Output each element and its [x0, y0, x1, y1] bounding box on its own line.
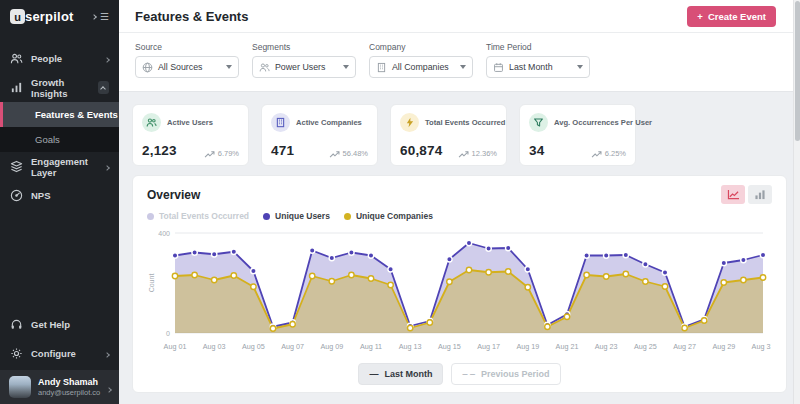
legend-unique-users[interactable]: Unique Users	[263, 211, 330, 221]
funnel-icon	[533, 117, 544, 128]
legend-unique-companies[interactable]: Unique Companies	[344, 211, 433, 221]
sidebar-item-growth-insights[interactable]: Growth Insights	[0, 73, 119, 102]
svg-text:Aug 31: Aug 31	[752, 342, 771, 351]
trending-up-icon	[329, 150, 340, 158]
scrollbar[interactable]	[793, 0, 800, 404]
trending-up-icon	[204, 150, 215, 158]
stat-label: Active Users	[167, 118, 213, 127]
menu-icon[interactable]: ☰	[100, 12, 109, 22]
people-icon	[10, 52, 23, 65]
time-period-select[interactable]: Last Month	[486, 56, 590, 78]
sidebar-item-get-help[interactable]: Get Help	[0, 310, 119, 339]
svg-text:Aug 09: Aug 09	[320, 342, 343, 351]
legend-dot-icon	[263, 213, 270, 220]
building-icon	[376, 62, 387, 73]
stat-label: Avg. Occurrences Per User	[554, 118, 652, 127]
panel-title: Overview	[147, 188, 200, 202]
globe-icon	[142, 62, 153, 73]
bar-chart-icon	[10, 81, 23, 94]
sidebar-item-nps[interactable]: NPS	[0, 181, 119, 210]
headset-icon	[10, 318, 23, 331]
company-select[interactable]: All Companies	[369, 56, 473, 78]
user-name: Andy Shamah	[38, 377, 100, 388]
last-month-button[interactable]: — Last Month	[358, 363, 443, 385]
bar-chart-toggle-button[interactable]	[748, 185, 772, 204]
svg-text:Aug 05: Aug 05	[242, 342, 265, 351]
filter-bar: Source All Sources Segments Power Users	[119, 33, 800, 92]
chevron-down-icon	[226, 65, 232, 69]
stat-label: Total Events Occurred	[425, 118, 505, 127]
submenu-item-label: Features & Events	[35, 109, 118, 120]
svg-text:Aug 01: Aug 01	[164, 342, 187, 351]
sidebar-item-features-events[interactable]: Features & Events	[0, 102, 119, 127]
sidebar-item-people[interactable]: People	[0, 44, 119, 73]
legend-label: Unique Users	[275, 211, 330, 221]
sidebar-item-label: People	[31, 53, 62, 64]
stat-value: 471	[271, 143, 294, 158]
stat-change: 6.79%	[218, 149, 239, 158]
trending-up-icon	[591, 150, 602, 158]
stat-icon-wrap	[142, 113, 161, 132]
user-menu[interactable]: Andy Shamah andy@userpilot.co	[0, 370, 119, 404]
svg-text:Aug 15: Aug 15	[438, 342, 461, 351]
sidebar-item-label: Configure	[31, 348, 76, 359]
legend-label: Unique Companies	[356, 211, 433, 221]
previous-period-button[interactable]: ‒ ‒ Previous Period	[451, 363, 560, 385]
bar-chart-icon	[754, 189, 766, 200]
svg-text:Aug 11: Aug 11	[360, 342, 382, 351]
logo-text: serpilot	[25, 9, 74, 24]
sidebar-item-engagement-layer[interactable]: Engagement Layer	[0, 152, 119, 181]
chevron-right-icon	[106, 387, 112, 393]
collapse-section-button[interactable]	[98, 81, 109, 94]
create-event-button[interactable]: + Create Event	[687, 6, 776, 27]
sidebar-item-goals[interactable]: Goals	[0, 127, 119, 152]
people-icon	[146, 117, 157, 128]
filter-source: Source All Sources	[135, 42, 239, 78]
stat-card-active-users: Active Users 2,123 6.79%	[132, 104, 249, 166]
filter-value: All Companies	[392, 62, 449, 72]
svg-text:Aug 23: Aug 23	[595, 342, 618, 351]
legend-total-events[interactable]: Total Events Occurred	[147, 211, 249, 221]
svg-text:Aug 03: Aug 03	[203, 342, 226, 351]
sidebar-item-configure[interactable]: Configure	[0, 339, 119, 368]
segments-select[interactable]: Power Users	[252, 56, 356, 78]
sidebar: u serpilot ☰ People Growth Insights Feat…	[0, 0, 119, 404]
overview-chart[interactable]: 0400CountAug 01Aug 03Aug 05Aug 07Aug 09A…	[147, 225, 771, 357]
svg-text:400: 400	[158, 230, 170, 237]
layers-icon	[10, 160, 23, 173]
chevron-right-icon	[104, 352, 110, 358]
svg-text:Aug 19: Aug 19	[516, 342, 539, 351]
filter-segments: Segments Power Users	[252, 42, 356, 78]
filter-value: Power Users	[275, 62, 325, 72]
avatar	[9, 376, 31, 398]
logo: u serpilot ☰	[0, 0, 119, 32]
svg-text:Aug 25: Aug 25	[634, 342, 657, 351]
logo-badge-icon: u	[10, 9, 25, 24]
svg-text:Aug 27: Aug 27	[673, 342, 696, 351]
chevron-down-icon	[577, 65, 583, 69]
stat-icon-wrap	[529, 113, 548, 132]
stat-label: Active Companies	[296, 118, 362, 127]
legend-label: Total Events Occurred	[159, 211, 249, 221]
filter-label: Company	[369, 42, 473, 52]
svg-text:Aug 07: Aug 07	[281, 342, 304, 351]
chevron-down-icon	[343, 65, 349, 69]
svg-text:Aug 17: Aug 17	[477, 342, 500, 351]
collapse-sidebar-icon[interactable]	[91, 14, 97, 20]
source-select[interactable]: All Sources	[135, 56, 239, 78]
stat-change: 12.36%	[472, 149, 497, 158]
filter-time-period: Time Period Last Month	[486, 42, 590, 78]
chevron-right-icon	[104, 57, 110, 63]
chart-legend: Total Events Occurred Unique Users Uniqu…	[147, 211, 772, 221]
range-button-label: Previous Period	[481, 369, 550, 379]
svg-text:Aug 29: Aug 29	[712, 342, 735, 351]
line-chart-toggle-button[interactable]	[721, 185, 745, 204]
stat-card-active-companies: Active Companies 471 56.48%	[261, 104, 378, 166]
legend-dot-icon	[344, 213, 351, 220]
sidebar-item-label: NPS	[31, 190, 51, 201]
sidebar-item-label: Engagement Layer	[31, 156, 97, 178]
chevron-up-icon	[100, 86, 106, 92]
growth-insights-submenu: Features & Events Goals	[0, 102, 119, 152]
scrollbar-thumb[interactable]	[795, 1, 800, 141]
legend-dot-icon	[147, 213, 154, 220]
